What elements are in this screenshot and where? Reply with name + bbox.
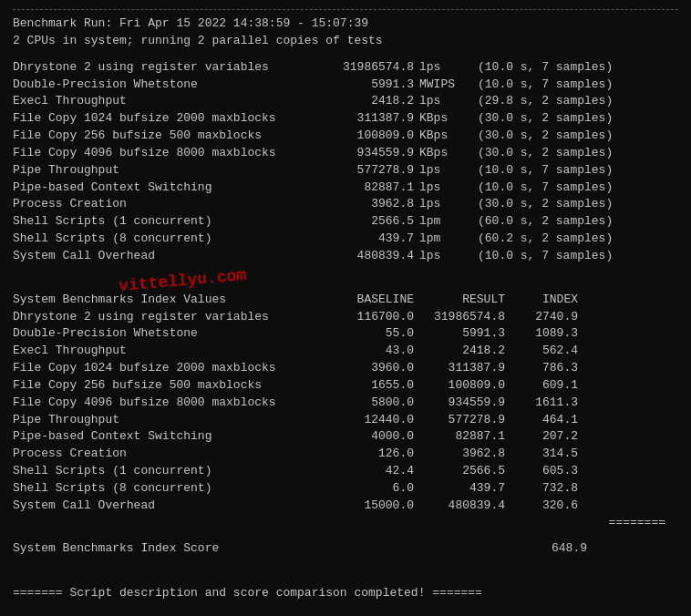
result-value: 31986574.8 [323,59,414,77]
index-header-label: System Benchmarks Index Values [13,292,323,309]
index-row: Process Creation126.03962.8314.5 [13,446,678,463]
index-col-index: INDEX [505,292,578,309]
result-extra: (10.0 s, 7 samples) [478,77,613,94]
index-row-label: File Copy 1024 bufsize 2000 maxblocks [13,360,323,377]
result-row: File Copy 4096 bufsize 8000 maxblocks934… [13,145,678,162]
result-unit: lps [414,248,478,265]
result-extra: (10.0 s, 7 samples) [478,59,613,77]
index-result: 82887.1 [414,428,505,446]
index-index: 2740.9 [505,309,578,326]
index-baseline: 42.4 [323,463,414,480]
index-result: 100809.0 [414,377,505,395]
benchmark-run-line: Benchmark Run: Fri Apr 15 2022 14:38:59 … [13,15,678,33]
result-row: File Copy 1024 bufsize 2000 maxblocks311… [13,110,678,128]
index-result: 439.7 [414,480,505,498]
result-value: 82887.1 [323,180,414,197]
result-label: Dhrystone 2 using register variables [13,59,323,77]
index-result: 311387.9 [414,360,505,377]
result-unit: lps [414,196,478,213]
index-row: File Copy 256 bufsize 500 maxblocks1655.… [13,377,678,395]
result-row: Shell Scripts (1 concurrent)2566.5lpm(60… [13,213,678,231]
result-extra: (10.0 s, 7 samples) [478,180,613,197]
result-value: 3962.8 [323,196,414,213]
result-value: 311387.9 [323,110,414,128]
result-row: System Call Overhead480839.4lps(10.0 s, … [13,248,678,265]
index-result: 31986574.8 [414,309,505,326]
index-col-result: RESULT [414,292,505,309]
result-label: File Copy 256 bufsize 500 maxblocks [13,128,323,145]
index-row: File Copy 4096 bufsize 8000 maxblocks580… [13,395,678,412]
index-row: System Call Overhead15000.0480839.4320.6 [13,498,678,515]
index-index: 562.4 [505,343,578,360]
result-value: 480839.4 [323,248,414,265]
result-label: Pipe-based Context Switching [13,180,323,197]
result-label: Execl Throughput [13,93,323,110]
index-separator: ======== [13,515,678,532]
index-row: Shell Scripts (8 concurrent)6.0439.7732.… [13,480,678,498]
result-label: System Call Overhead [13,248,323,265]
cpu-info-line: 2 CPUs in system; running 2 parallel cop… [13,33,678,50]
result-extra: (10.0 s, 7 samples) [478,248,613,265]
index-result: 934559.9 [414,395,505,412]
result-value: 934559.9 [323,145,414,162]
index-row-label: Shell Scripts (8 concurrent) [13,480,323,498]
index-index: 605.3 [505,463,578,480]
index-index: 732.8 [505,480,578,498]
result-value: 439.7 [323,231,414,248]
index-row-label: System Call Overhead [13,498,323,515]
result-unit: lpm [414,213,478,231]
result-label: File Copy 1024 bufsize 2000 maxblocks [13,110,323,128]
index-row-label: Double-Precision Whetstone [13,325,323,343]
index-result: 577278.9 [414,412,505,429]
score-section: System Benchmarks Index Score648.9 [13,540,678,558]
result-label: Shell Scripts (8 concurrent) [13,231,323,248]
index-row-label: Execl Throughput [13,343,323,360]
result-extra: (60.2 s, 2 samples) [478,231,613,248]
result-unit: KBps [414,145,478,162]
result-unit: lpm [414,231,478,248]
result-row: Process Creation3962.8lps(30.0 s, 2 samp… [13,196,678,213]
result-label: File Copy 4096 bufsize 8000 maxblocks [13,145,323,162]
index-row: Shell Scripts (1 concurrent)42.42566.560… [13,463,678,480]
index-baseline: 6.0 [323,480,414,498]
result-value: 100809.0 [323,128,414,145]
result-label: Pipe Throughput [13,162,323,180]
result-extra: (30.0 s, 2 samples) [478,110,613,128]
index-index: 464.1 [505,412,578,429]
result-row: Pipe-based Context Switching82887.1lps(1… [13,180,678,197]
index-section: System Benchmarks Index ValuesBASELINERE… [13,274,678,532]
result-row: Shell Scripts (8 concurrent)439.7lpm(60.… [13,231,678,248]
index-baseline: 15000.0 [323,498,414,515]
result-unit: KBps [414,128,478,145]
index-index: 609.1 [505,377,578,395]
result-row: File Copy 256 bufsize 500 maxblocks10080… [13,128,678,145]
index-col-baseline: BASELINE [323,292,414,309]
index-index: 1089.3 [505,325,578,343]
index-index: 786.3 [505,360,578,377]
score-value: 648.9 [514,540,587,558]
index-result: 2566.5 [414,463,505,480]
result-value: 2566.5 [323,213,414,231]
index-index: 207.2 [505,428,578,446]
index-baseline: 5800.0 [323,395,414,412]
result-extra: (29.8 s, 2 samples) [478,93,613,110]
result-label: Shell Scripts (1 concurrent) [13,213,323,231]
result-unit: lps [414,59,478,77]
index-result: 480839.4 [414,498,505,515]
footer-line: ======= Script description and score com… [13,585,678,602]
index-baseline: 55.0 [323,325,414,343]
result-label: Process Creation [13,196,323,213]
result-extra: (30.0 s, 2 samples) [478,145,613,162]
index-baseline: 126.0 [323,446,414,463]
index-baseline: 43.0 [323,343,414,360]
result-unit: lps [414,180,478,197]
index-row: Dhrystone 2 using register variables1167… [13,309,678,326]
index-row-label: Pipe-based Context Switching [13,428,323,446]
result-extra: (30.0 s, 2 samples) [478,196,613,213]
index-row: Double-Precision Whetstone55.05991.31089… [13,325,678,343]
index-row-label: Process Creation [13,446,323,463]
index-index: 314.5 [505,446,578,463]
index-row-label: Dhrystone 2 using register variables [13,309,323,326]
score-row: System Benchmarks Index Score648.9 [13,540,678,558]
index-row-label: Pipe Throughput [13,412,323,429]
